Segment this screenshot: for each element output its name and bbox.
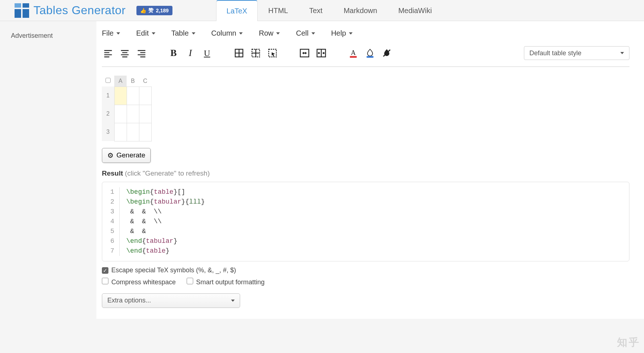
column-header-B[interactable]: B: [127, 76, 139, 87]
svg-rect-1: [23, 3, 29, 8]
generate-label: Generate: [116, 151, 145, 159]
chevron-down-icon: [116, 32, 120, 35]
compress-option[interactable]: Compress whitespace: [102, 278, 176, 286]
text-color-button[interactable]: A: [347, 47, 359, 59]
chevron-down-icon: [276, 32, 280, 35]
menu-file[interactable]: File: [102, 29, 120, 37]
cell-B3[interactable]: [127, 123, 139, 141]
menu-cell[interactable]: Cell: [296, 29, 315, 37]
column-header-A[interactable]: A: [114, 76, 127, 87]
column-header-C[interactable]: C: [139, 76, 151, 87]
result-heading: Result (click "Generate" to refresh): [102, 169, 629, 177]
align-left-button[interactable]: [102, 47, 114, 59]
cell-B1[interactable]: [127, 87, 139, 105]
clear-format-button[interactable]: [381, 47, 393, 59]
toolbar: B I U A Default table style: [102, 43, 629, 67]
chevron-down-icon: [239, 32, 243, 35]
menu-help[interactable]: Help: [331, 29, 353, 37]
output-options: ✓Escape special TeX symbols (%, &, _, #,…: [102, 266, 629, 308]
result-label: Result: [102, 169, 123, 177]
fb-like-count: 2,189: [156, 8, 168, 13]
cell-C2[interactable]: [139, 105, 151, 123]
tab-mediawiki[interactable]: MediaWiki: [388, 0, 442, 21]
advertisement-label: Advertisement: [0, 21, 96, 319]
menu-table[interactable]: Table: [171, 29, 195, 37]
tab-latex[interactable]: LaTeX: [216, 0, 258, 21]
cell-C3[interactable]: [139, 123, 151, 141]
chevron-down-icon: [311, 32, 315, 35]
code-line: & & \\: [120, 217, 162, 226]
svg-rect-3: [23, 9, 29, 18]
code-line: \end{table}: [120, 246, 170, 256]
row-header-2[interactable]: 2: [102, 105, 114, 123]
table-style-label: Default table style: [529, 49, 581, 57]
code-line: \begin{table}[]: [120, 187, 185, 197]
fb-like-button[interactable]: 👍 赞 2,189: [136, 6, 172, 15]
code-line: \begin{tabular}{lll}: [120, 197, 205, 207]
chevron-down-icon: [152, 32, 155, 35]
line-number: 6: [109, 236, 120, 246]
svg-rect-16: [367, 56, 374, 58]
line-number: 1: [109, 187, 120, 197]
select-all-cell[interactable]: [102, 76, 114, 87]
header: Tables Generator 👍 赞 2,189 LaTeXHTMLText…: [0, 0, 644, 21]
tab-markdown[interactable]: Markdown: [333, 0, 387, 21]
menu-bar: File Edit Table Column Row Cell Help: [102, 21, 629, 43]
merge-cells-button[interactable]: [298, 47, 311, 59]
code-line: & & \\: [120, 207, 162, 217]
code-output[interactable]: 1\begin{table}[]2\begin{tabular}{lll}3 &…: [102, 182, 629, 261]
code-line: & &: [120, 226, 150, 236]
svg-rect-2: [15, 9, 21, 18]
logo-icon: [15, 3, 29, 18]
format-tabs: LaTeXHTMLTextMarkdownMediaWiki: [216, 0, 442, 21]
align-right-button[interactable]: [135, 47, 148, 59]
table-style-dropdown[interactable]: Default table style: [524, 46, 629, 60]
cell-A2[interactable]: [114, 105, 127, 123]
row-header-3[interactable]: 3: [102, 123, 114, 141]
logo-block[interactable]: Tables Generator: [15, 3, 126, 18]
line-number: 3: [109, 207, 120, 217]
line-number: 4: [109, 217, 120, 226]
chevron-down-icon: [620, 52, 624, 54]
svg-rect-15: [350, 56, 357, 58]
generate-button[interactable]: ⚙ Generate: [102, 148, 151, 163]
borders-button[interactable]: [233, 47, 245, 59]
thumb-up-icon: 👍: [140, 8, 146, 13]
svg-rect-0: [15, 3, 21, 8]
underline-button[interactable]: U: [201, 47, 213, 59]
line-number: 7: [109, 246, 120, 256]
menu-column[interactable]: Column: [211, 29, 243, 37]
code-line: \end{tabular}: [120, 236, 177, 246]
smart-option[interactable]: Smart output formatting: [187, 278, 265, 286]
menu-row[interactable]: Row: [259, 29, 280, 37]
checkbox-checked-icon: ✓: [102, 267, 108, 274]
extra-options-dropdown[interactable]: Extra options...: [102, 293, 240, 308]
checkbox-icon: [187, 278, 193, 284]
content-area: File Edit Table Column Row Cell Help B I…: [96, 21, 644, 319]
checkbox-icon: [102, 278, 108, 284]
chevron-down-icon: [349, 32, 353, 35]
align-center-button[interactable]: [119, 47, 131, 59]
menu-edit[interactable]: Edit: [136, 29, 155, 37]
result-hint: (click "Generate" to refresh): [125, 169, 210, 177]
split-cells-button[interactable]: [315, 47, 327, 59]
chevron-down-icon: [192, 32, 195, 35]
bold-button[interactable]: B: [167, 47, 180, 59]
extra-options-label: Extra options...: [107, 297, 151, 304]
cell-B2[interactable]: [127, 105, 139, 123]
cell-A1[interactable]: [114, 87, 127, 105]
cell-A3[interactable]: [114, 123, 127, 141]
escape-option[interactable]: ✓Escape special TeX symbols (%, &, _, #,…: [102, 266, 236, 274]
fb-like-label: 赞: [148, 7, 154, 14]
gear-icon: ⚙: [107, 151, 114, 160]
border-edit-button[interactable]: [250, 47, 262, 59]
tab-html[interactable]: HTML: [258, 0, 298, 21]
svg-text:A: A: [351, 49, 356, 56]
select-button[interactable]: [266, 47, 279, 59]
italic-button[interactable]: I: [184, 47, 196, 59]
fill-color-button[interactable]: [364, 47, 376, 59]
tab-text[interactable]: Text: [299, 0, 333, 21]
spreadsheet: ABC123: [102, 67, 629, 148]
cell-C1[interactable]: [139, 87, 151, 105]
row-header-1[interactable]: 1: [102, 87, 114, 105]
